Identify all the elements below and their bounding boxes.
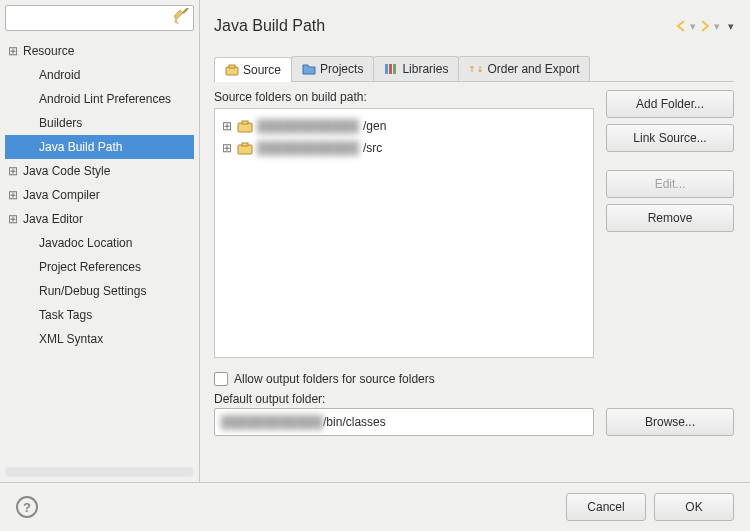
- tree-item[interactable]: ⊞Javadoc Location: [5, 231, 194, 255]
- tree-item[interactable]: ⊞Java Code Style: [5, 159, 194, 183]
- tree-item-label: Android: [35, 68, 80, 82]
- source-folder-path: /gen: [363, 119, 386, 133]
- tree-item-label: Java Compiler: [19, 188, 100, 202]
- tab-source[interactable]: Source: [214, 57, 292, 82]
- svg-rect-1: [229, 65, 235, 68]
- package-folder-icon: [237, 141, 253, 155]
- svg-rect-6: [242, 121, 248, 124]
- books-icon: [384, 62, 398, 76]
- source-folder-path: /src: [363, 141, 382, 155]
- view-menu-icon[interactable]: ▾: [728, 20, 734, 33]
- tree-item-label: Run/Debug Settings: [35, 284, 146, 298]
- source-folders-list[interactable]: ⊞████████████/gen⊞████████████/src: [214, 108, 594, 358]
- tree-item-label: Android Lint Preferences: [35, 92, 171, 106]
- svg-rect-2: [385, 64, 388, 74]
- tree-item-label: Java Editor: [19, 212, 83, 226]
- package-folder-icon: [237, 119, 253, 133]
- preference-tree[interactable]: ⊞Resource⊞Android⊞Android Lint Preferenc…: [5, 37, 194, 463]
- tree-item[interactable]: ⊞Project References: [5, 255, 194, 279]
- tree-item-label: Builders: [35, 116, 82, 130]
- tree-item[interactable]: ⊞Task Tags: [5, 303, 194, 327]
- tab-libraries[interactable]: Libraries: [373, 56, 459, 81]
- source-folder-item[interactable]: ⊞████████████/gen: [221, 115, 587, 137]
- tree-item[interactable]: ⊞XML Syntax: [5, 327, 194, 351]
- cancel-button[interactable]: Cancel: [566, 493, 646, 521]
- forward-icon[interactable]: [698, 19, 712, 33]
- package-icon: [225, 63, 239, 77]
- tab-order-export[interactable]: Order and Export: [458, 56, 590, 81]
- tree-item-label: Project References: [35, 260, 141, 274]
- allow-output-label: Allow output folders for source folders: [234, 372, 435, 386]
- forward-menu-icon[interactable]: ▾: [714, 20, 720, 33]
- tree-item[interactable]: ⊞Resource: [5, 39, 194, 63]
- add-folder-button[interactable]: Add Folder...: [606, 90, 734, 118]
- tree-item[interactable]: ⊞Java Build Path: [5, 135, 194, 159]
- clear-icon[interactable]: [172, 8, 190, 26]
- browse-button[interactable]: Browse...: [606, 408, 734, 436]
- tree-item[interactable]: ⊞Android Lint Preferences: [5, 87, 194, 111]
- tree-item-label: Resource: [19, 44, 74, 58]
- back-icon[interactable]: [674, 19, 688, 33]
- remove-button[interactable]: Remove: [606, 204, 734, 232]
- folder-open-icon: [302, 62, 316, 76]
- help-icon[interactable]: ?: [16, 496, 38, 518]
- page-title: Java Build Path: [214, 17, 325, 35]
- edit-button: Edit...: [606, 170, 734, 198]
- tab-projects[interactable]: Projects: [291, 56, 374, 81]
- tree-item[interactable]: ⊞Java Editor: [5, 207, 194, 231]
- tree-item[interactable]: ⊞Android: [5, 63, 194, 87]
- source-folder-item[interactable]: ⊞████████████/src: [221, 137, 587, 159]
- tree-item[interactable]: ⊞Run/Debug Settings: [5, 279, 194, 303]
- default-output-label: Default output folder:: [214, 392, 734, 406]
- ok-button[interactable]: OK: [654, 493, 734, 521]
- tree-item-label: Java Build Path: [35, 140, 122, 154]
- allow-output-checkbox[interactable]: [214, 372, 228, 386]
- tree-item[interactable]: ⊞Java Compiler: [5, 183, 194, 207]
- expand-icon[interactable]: ⊞: [221, 119, 233, 133]
- tree-item-label: XML Syntax: [35, 332, 103, 346]
- tree-item-label: Javadoc Location: [35, 236, 132, 250]
- source-folders-label: Source folders on build path:: [214, 90, 594, 104]
- default-output-input[interactable]: ████████████/bin/classes: [214, 408, 594, 436]
- expand-icon[interactable]: ⊞: [7, 44, 19, 58]
- svg-rect-8: [242, 143, 248, 146]
- tree-item-label: Task Tags: [35, 308, 92, 322]
- svg-rect-3: [389, 64, 392, 74]
- expand-icon[interactable]: ⊞: [7, 164, 19, 178]
- tree-item-label: Java Code Style: [19, 164, 110, 178]
- back-menu-icon[interactable]: ▾: [690, 20, 696, 33]
- scrollbar[interactable]: [5, 467, 194, 477]
- expand-icon[interactable]: ⊞: [7, 212, 19, 226]
- filter-input[interactable]: [5, 5, 194, 31]
- expand-icon[interactable]: ⊞: [221, 141, 233, 155]
- tree-item[interactable]: ⊞Builders: [5, 111, 194, 135]
- swap-icon: [469, 62, 483, 76]
- link-source-button[interactable]: Link Source...: [606, 124, 734, 152]
- tab-bar: Source Projects Libraries Order and Expo…: [214, 56, 734, 82]
- expand-icon[interactable]: ⊞: [7, 188, 19, 202]
- svg-rect-4: [393, 64, 396, 74]
